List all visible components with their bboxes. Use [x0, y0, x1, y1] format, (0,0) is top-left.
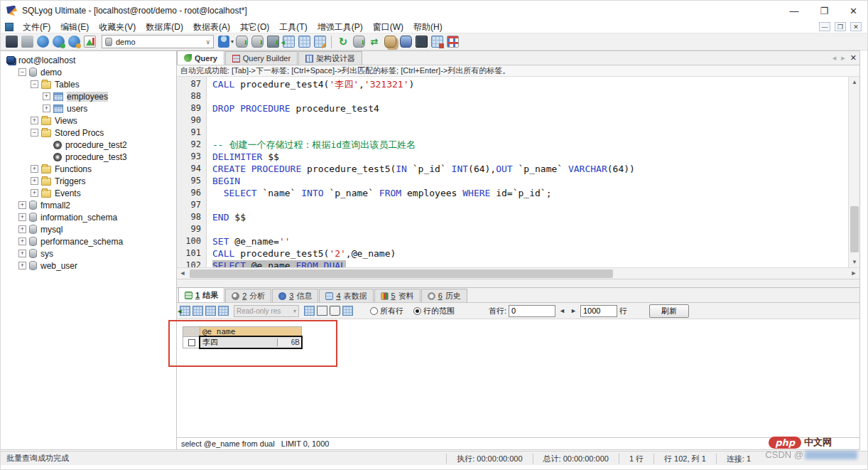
mdi-close-button[interactable]: ✕	[850, 22, 862, 31]
refresh-grid-icon[interactable]	[342, 306, 353, 316]
editor-results-splitter[interactable]	[177, 279, 859, 287]
tree-item-procedure_test2[interactable]: procedure_test2	[1, 139, 176, 151]
web-history-button[interactable]	[66, 34, 82, 49]
schema-sync-button[interactable]	[445, 34, 460, 49]
delete-record-icon[interactable]	[330, 306, 340, 316]
editor-vertical-scrollbar[interactable]: ▲ ▼	[848, 77, 859, 267]
new-connection-button[interactable]	[4, 34, 19, 49]
row-checkbox[interactable]	[183, 337, 200, 348]
menu-item-w[interactable]: 窗口(W)	[368, 21, 408, 33]
tree-item-performance_schema[interactable]: +performance_schema	[1, 235, 176, 247]
tree-item-triggers[interactable]: +Triggers	[1, 175, 176, 187]
horizontal-scroll-thumb[interactable]	[190, 269, 613, 278]
save-changes-icon[interactable]	[317, 306, 327, 316]
expand-icon[interactable]: +	[31, 117, 38, 124]
tree-item-mysql[interactable]: +mysql	[1, 223, 176, 235]
chart-button[interactable]	[82, 34, 97, 49]
menu-item-v[interactable]: 收藏夹(V)	[94, 21, 141, 33]
execute-query-button[interactable]	[234, 34, 249, 49]
result-tab-资料[interactable]: 5 资料	[374, 289, 421, 302]
result-tab-结果[interactable]: 1 结果	[178, 287, 224, 302]
result-tab-信息[interactable]: 3 信息	[272, 289, 318, 302]
expand-icon[interactable]: +	[18, 225, 26, 233]
tree-item-sys[interactable]: +sys	[1, 247, 176, 260]
form-view-icon[interactable]	[304, 306, 315, 316]
grid-column-header[interactable]: @e_name	[200, 327, 302, 337]
row-range-radio[interactable]: 行的范围	[413, 306, 455, 316]
menu-item-t[interactable]: 工具(T)	[274, 21, 312, 33]
collapse-icon[interactable]: −	[18, 68, 26, 76]
grid-view-icon[interactable]	[192, 306, 203, 316]
tab-scroll-right-icon[interactable]: ▸	[841, 53, 845, 63]
table-data-button[interactable]	[296, 34, 312, 49]
tree-item-procedure_test3[interactable]: procedure_test3	[1, 151, 176, 163]
expand-icon[interactable]: +	[18, 213, 26, 221]
menu-item-e[interactable]: 编辑(E)	[55, 21, 94, 33]
save-to-db-button[interactable]	[265, 34, 281, 49]
tree-item-functions[interactable]: +Functions	[1, 163, 176, 175]
result-tab-历史[interactable]: 6 历史	[421, 289, 467, 302]
result-tab-分析[interactable]: 2 分析	[225, 289, 271, 302]
vertical-scroll-thumb[interactable]	[850, 206, 859, 252]
expand-icon[interactable]: +	[31, 189, 38, 197]
readonly-result-dropdown[interactable]: Read-only res ▾	[234, 305, 299, 317]
scroll-down-icon[interactable]: ▼	[849, 257, 860, 267]
tree-item-tables[interactable]: −Tables	[1, 78, 176, 90]
scroll-left-icon[interactable]: ◄	[177, 268, 188, 279]
tab-scroll-left-icon[interactable]: ◂	[832, 53, 837, 63]
data-transfer-button[interactable]: ⇄	[367, 34, 382, 49]
tree-item-events[interactable]: +Events	[1, 187, 176, 199]
tree-item-users[interactable]: +users	[1, 102, 176, 114]
collapse-icon[interactable]: −	[31, 129, 38, 137]
collapse-icon[interactable]: −	[31, 80, 38, 88]
query-profiler-button[interactable]	[413, 34, 429, 49]
menu-item-f[interactable]: 文件(F)	[18, 21, 55, 33]
grid-cell[interactable]: 李四 6B	[200, 337, 301, 348]
sql-editor[interactable]: 87888990919293949596979899100101102 CALL…	[177, 77, 859, 267]
import-data-button[interactable]	[281, 34, 296, 49]
expand-icon[interactable]: +	[18, 250, 26, 257]
expand-icon[interactable]: +	[18, 237, 26, 245]
insert-record-icon[interactable]	[180, 306, 190, 316]
refresh-button[interactable]: 刷新	[649, 304, 689, 318]
tab-close-icon[interactable]: ✕	[850, 53, 857, 63]
decrement-row-icon[interactable]: ◄	[558, 307, 567, 314]
mdi-minimize-button[interactable]: —	[819, 22, 830, 31]
code-area[interactable]: CALL procedure_test4('李四','321321') DROP…	[207, 77, 848, 267]
copy-database-button[interactable]	[382, 34, 398, 49]
tab-query-builder[interactable]: Query Builder	[225, 51, 298, 65]
tree-item-demo[interactable]: −demo	[1, 66, 176, 78]
tree-item-fmmall2[interactable]: +fmmall2	[1, 199, 176, 211]
result-tab-表数据[interactable]: 4 表数据	[319, 289, 373, 302]
duplicate-record-icon[interactable]	[205, 306, 216, 316]
all-rows-radio[interactable]: 所有行	[370, 306, 403, 316]
tree-item-employees[interactable]: +employees	[1, 90, 176, 102]
expand-icon[interactable]: +	[43, 92, 50, 100]
scroll-right-icon[interactable]: ►	[848, 268, 859, 279]
expand-icon[interactable]: +	[18, 201, 26, 209]
menu-item-d[interactable]: 数据库(D)	[141, 21, 188, 33]
menu-item-p[interactable]: 增强工具(P)	[313, 21, 368, 33]
expand-icon[interactable]: +	[31, 165, 38, 173]
row-limit-input[interactable]	[580, 305, 617, 317]
backup-database-button[interactable]	[351, 34, 367, 49]
refresh-database-button[interactable]: ↻	[335, 34, 351, 49]
web-connect-button[interactable]	[35, 34, 50, 49]
tree-item-web_user[interactable]: +web_user	[1, 260, 176, 272]
minimize-button[interactable]: —	[789, 6, 798, 16]
execute-all-queries-button[interactable]	[249, 34, 265, 49]
editor-horizontal-scrollbar[interactable]: ◄ ►	[177, 267, 859, 279]
expand-icon[interactable]: +	[31, 177, 38, 185]
maximize-button[interactable]: ❐	[820, 6, 828, 16]
mdi-restore-button[interactable]: ❐	[835, 22, 846, 31]
disconnect-button[interactable]	[19, 34, 35, 49]
tree-item-root-localhost[interactable]: root@localhost	[1, 54, 176, 66]
web-sync-button[interactable]	[50, 34, 66, 49]
tab-query[interactable]: Query	[177, 50, 224, 65]
schema-backup-button[interactable]	[398, 34, 413, 49]
menu-item-o[interactable]: 其它(O)	[235, 21, 274, 33]
menu-item-h[interactable]: 帮助(H)	[408, 21, 447, 33]
database-selector-dropdown[interactable]: demo∨	[102, 35, 214, 48]
user-manager-button[interactable]: ▾	[218, 34, 234, 49]
export-grid-icon[interactable]	[218, 306, 229, 316]
